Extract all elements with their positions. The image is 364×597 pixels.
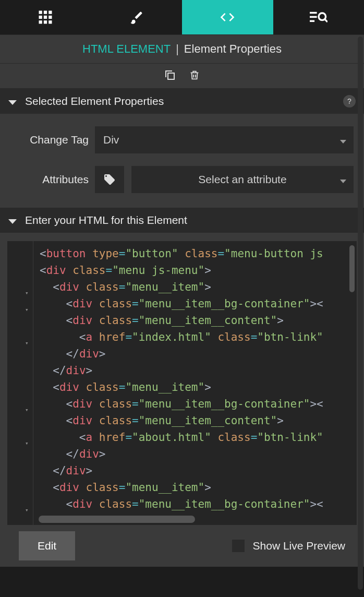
tab-search[interactable] — [273, 0, 365, 34]
svg-rect-11 — [310, 20, 314, 22]
change-tag-select[interactable]: Div — [95, 126, 354, 153]
change-tag-label: Change Tag — [10, 134, 89, 146]
code-lines: <button type="button" class="menu-button… — [7, 241, 357, 512]
code-icon — [219, 9, 236, 26]
help-icon[interactable]: ? — [343, 95, 356, 108]
top-tab-bar — [0, 0, 364, 34]
attributes-select[interactable]: Select an attribute — [131, 166, 354, 193]
copy-icon[interactable] — [164, 69, 176, 83]
live-preview-label: Show Live Preview — [253, 540, 345, 552]
footer: Edit Show Live Preview — [0, 525, 364, 567]
chevron-down-icon — [8, 95, 17, 108]
chevron-down-icon — [8, 214, 17, 226]
svg-rect-7 — [44, 20, 47, 23]
svg-rect-8 — [49, 20, 52, 23]
change-tag-row: Change Tag Div — [10, 126, 354, 153]
svg-rect-5 — [49, 16, 52, 19]
attributes-placeholder: Select an attribute — [198, 173, 286, 186]
svg-rect-9 — [310, 12, 317, 14]
breadcrumb: HTML ELEMENT | Element Properties — [0, 34, 364, 64]
attributes-row: Attributes Select an attribute — [10, 166, 354, 193]
breadcrumb-element[interactable]: HTML ELEMENT — [82, 42, 171, 56]
grid-icon — [38, 9, 53, 25]
svg-rect-10 — [310, 16, 317, 18]
tab-code[interactable] — [182, 0, 273, 34]
action-bar — [0, 64, 364, 89]
section-html-header[interactable]: Enter your HTML for this Element — [0, 208, 364, 233]
code-gutter: ▾▾▾▾▾▾ — [7, 241, 33, 525]
code-area: ▾▾▾▾▾▾ <button type="button" class="menu… — [0, 233, 364, 525]
live-preview-checkbox[interactable] — [232, 540, 245, 552]
svg-rect-2 — [49, 11, 52, 14]
breadcrumb-properties: Element Properties — [184, 42, 282, 56]
chevron-down-icon — [340, 134, 346, 146]
editor-vertical-scrollbar[interactable] — [349, 245, 355, 292]
svg-rect-0 — [39, 11, 42, 14]
attributes-label: Attributes — [10, 173, 89, 186]
trash-icon[interactable] — [189, 69, 200, 83]
search-list-icon — [310, 10, 327, 25]
panel-scrollbar[interactable] — [358, 37, 363, 590]
breadcrumb-separator: | — [176, 42, 179, 56]
section-title: Selected Element Properties — [25, 95, 343, 108]
svg-rect-4 — [44, 16, 47, 19]
edit-button[interactable]: Edit — [19, 531, 75, 560]
svg-rect-3 — [39, 16, 42, 19]
change-tag-value: Div — [103, 134, 119, 146]
editor-horizontal-scrollbar[interactable] — [39, 516, 195, 523]
svg-rect-14 — [168, 73, 174, 79]
section-selected-properties-header[interactable]: Selected Element Properties ? — [0, 89, 364, 114]
chevron-down-icon — [340, 173, 346, 186]
tab-grid[interactable] — [0, 0, 91, 34]
svg-line-13 — [324, 19, 327, 22]
svg-rect-6 — [39, 20, 42, 23]
section-title: Enter your HTML for this Element — [25, 214, 356, 226]
code-editor[interactable]: ▾▾▾▾▾▾ <button type="button" class="menu… — [7, 241, 357, 525]
brush-icon — [129, 10, 144, 25]
properties-body: Change Tag Div Attributes Select an attr… — [0, 114, 364, 208]
tab-styles[interactable] — [91, 0, 183, 34]
tag-icon[interactable] — [95, 166, 124, 193]
svg-rect-1 — [44, 11, 47, 14]
